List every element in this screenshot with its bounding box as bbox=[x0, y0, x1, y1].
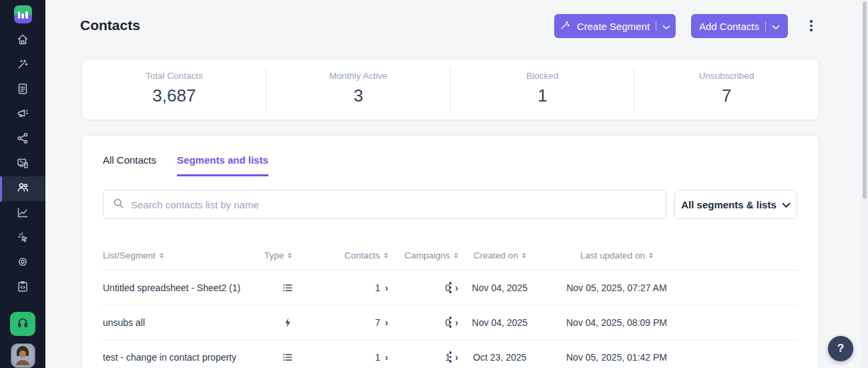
stat-total-contacts: Total Contacts 3,687 bbox=[82, 59, 266, 120]
sort-icon bbox=[160, 252, 164, 258]
list-icon bbox=[264, 351, 311, 363]
stat-value: 1 bbox=[451, 85, 635, 106]
create-segment-button[interactable]: Create Segment bbox=[554, 14, 676, 38]
contacts-icon bbox=[16, 180, 30, 197]
stat-label: Total Contacts bbox=[82, 71, 266, 81]
sort-icon bbox=[649, 252, 653, 258]
chevron-right-icon: › bbox=[455, 317, 458, 328]
column-header-list-segment[interactable]: List/Segment bbox=[103, 250, 264, 260]
last-updated-date: Nov 05, 2025, 07:27 AM bbox=[541, 283, 692, 293]
stat-value: 7 bbox=[634, 85, 819, 106]
sidebar-item-developer[interactable] bbox=[0, 275, 45, 300]
filter-label: All segments & lists bbox=[681, 199, 777, 210]
stat-value: 3 bbox=[266, 85, 451, 106]
sort-icon bbox=[522, 252, 526, 258]
column-header-contacts[interactable]: Contacts bbox=[311, 250, 388, 260]
column-header-campaigns[interactable]: Campaigns bbox=[388, 250, 458, 260]
sidebar-item-analytics[interactable] bbox=[0, 201, 45, 226]
segment-name[interactable]: Untitled spreadsheet - Sheet2 (1) bbox=[103, 283, 264, 293]
home-icon bbox=[16, 33, 29, 49]
support-button[interactable] bbox=[10, 312, 35, 336]
main-content: Contacts Create Segment Add Contacts Tot… bbox=[45, 0, 868, 368]
segments-filter-dropdown[interactable]: All segments & lists bbox=[674, 190, 797, 219]
column-header-last-updated-on[interactable]: Last updated on bbox=[541, 250, 692, 260]
contact-stats-card: Total Contacts 3,687 Monthly Active 3 Bl… bbox=[81, 59, 819, 120]
scrollbar-track bbox=[861, 0, 868, 368]
sidebar-item-click-tracking[interactable] bbox=[0, 226, 45, 250]
contacts-count-link[interactable]: 1› bbox=[311, 352, 388, 363]
column-header-created-on[interactable]: Created on bbox=[458, 250, 541, 260]
contacts-count-link[interactable]: 1› bbox=[311, 283, 388, 293]
stat-monthly-active: Monthly Active 3 bbox=[266, 59, 451, 120]
help-button[interactable]: ? bbox=[828, 336, 853, 361]
search-icon bbox=[113, 198, 124, 212]
row-more-options-icon[interactable] bbox=[447, 349, 455, 365]
stat-value: 3,687 bbox=[82, 85, 266, 106]
search-box bbox=[103, 190, 666, 219]
magic-wand-icon bbox=[560, 19, 571, 33]
table-row[interactable]: test - change in contact property 1› 1› … bbox=[103, 340, 798, 368]
add-contacts-button[interactable]: Add Contacts bbox=[691, 14, 788, 38]
button-divider bbox=[765, 21, 766, 31]
button-divider bbox=[656, 21, 656, 31]
create-segment-label: Create Segment bbox=[577, 21, 650, 32]
stat-label: Monthly Active bbox=[266, 71, 451, 81]
lightning-icon bbox=[264, 317, 311, 328]
stat-blocked: Blocked 1 bbox=[451, 59, 635, 120]
table-row[interactable]: Untitled spreadsheet - Sheet2 (1) 1› 0› … bbox=[103, 270, 798, 305]
stat-unsubscribed: Unsubscribed 7 bbox=[634, 59, 819, 120]
sort-icon bbox=[288, 252, 292, 258]
chevron-right-icon: › bbox=[455, 351, 458, 363]
contacts-count-link[interactable]: 7› bbox=[311, 317, 388, 328]
stat-label: Unsubscribed bbox=[634, 71, 819, 81]
column-header-type[interactable]: Type bbox=[264, 250, 311, 260]
scrollbar-thumb[interactable] bbox=[863, 1, 867, 199]
add-contacts-label: Add Contacts bbox=[699, 21, 759, 32]
sidebar-item-campaigns[interactable] bbox=[0, 103, 45, 128]
gear-icon bbox=[16, 255, 29, 271]
sidebar-item-contacts[interactable] bbox=[0, 176, 45, 201]
tab-all-contacts[interactable]: All Contacts bbox=[103, 154, 156, 176]
segment-name[interactable]: test - change in contact property bbox=[103, 352, 264, 363]
user-avatar[interactable] bbox=[11, 343, 35, 368]
tabs: All Contacts Segments and lists bbox=[82, 136, 819, 176]
devices-icon bbox=[16, 156, 29, 172]
more-options-icon[interactable] bbox=[807, 17, 815, 34]
tab-segments-and-lists[interactable]: Segments and lists bbox=[177, 154, 268, 176]
table-header: List/Segment Type Contacts Campaigns Cre… bbox=[103, 241, 798, 270]
chevron-right-icon: › bbox=[385, 282, 388, 293]
created-on-date: Nov 04, 2025 bbox=[458, 283, 541, 293]
app-logo[interactable] bbox=[14, 0, 32, 29]
document-icon bbox=[16, 82, 29, 98]
page-title: Contacts bbox=[80, 17, 140, 33]
sidebar-item-flows[interactable] bbox=[0, 128, 45, 152]
sidebar-item-templates[interactable] bbox=[0, 78, 45, 103]
sidebar-item-onsite[interactable] bbox=[0, 152, 45, 176]
chevron-right-icon: › bbox=[385, 351, 388, 363]
chevron-right-icon: › bbox=[455, 282, 458, 293]
row-more-options-icon[interactable] bbox=[447, 314, 455, 331]
sidebar-item-home[interactable] bbox=[0, 29, 45, 53]
segment-name[interactable]: unsubs all bbox=[103, 317, 264, 328]
avatar-photo bbox=[11, 344, 34, 367]
search-input[interactable] bbox=[131, 199, 656, 210]
stat-label: Blocked bbox=[451, 71, 635, 81]
sidebar-item-magic-wand[interactable] bbox=[0, 53, 45, 78]
sidebar-item-settings[interactable] bbox=[0, 250, 45, 275]
list-controls: All segments & lists bbox=[103, 190, 797, 219]
cursor-click-icon bbox=[16, 230, 29, 246]
line-chart-icon bbox=[16, 206, 29, 222]
segments-list-card: All Contacts Segments and lists All segm… bbox=[81, 135, 819, 368]
row-more-options-icon[interactable] bbox=[447, 279, 455, 296]
table-row[interactable]: unsubs all 7› 0› Nov 04, 2025 Nov 04, 20… bbox=[103, 305, 798, 340]
clipboard-code-icon bbox=[16, 280, 29, 296]
headphones-icon bbox=[16, 316, 29, 332]
chevron-right-icon: › bbox=[385, 317, 388, 328]
last-updated-date: Nov 04, 2025, 08:09 PM bbox=[541, 317, 692, 328]
sidebar bbox=[0, 0, 45, 368]
chevron-down-icon bbox=[662, 21, 670, 32]
last-updated-date: Nov 05, 2025, 01:42 PM bbox=[541, 352, 692, 363]
chevron-down-icon bbox=[782, 199, 791, 210]
created-on-date: Nov 04, 2025 bbox=[458, 317, 541, 328]
magic-wand-icon bbox=[16, 57, 29, 73]
